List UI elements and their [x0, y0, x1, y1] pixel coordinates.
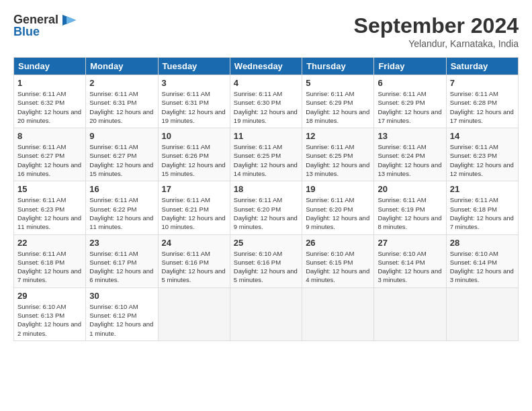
day-info: Sunrise: 6:11 AM Sunset: 6:32 PM Dayligh… — [17, 89, 82, 125]
sunrise-text: Sunrise: 6:11 AM — [378, 89, 442, 98]
page: General Blue September 2024 Yelandur, Ka… — [0, 0, 532, 411]
calendar-cell: 27 Sunrise: 6:10 AM Sunset: 6:14 PM Dayl… — [374, 234, 446, 287]
sunrise-text: Sunrise: 6:11 AM — [89, 195, 154, 204]
calendar-cell: 26 Sunrise: 6:10 AM Sunset: 6:15 PM Dayl… — [302, 234, 374, 287]
location: Yelandur, Karnataka, India — [354, 38, 519, 49]
sunrise-text: Sunrise: 6:11 AM — [306, 89, 370, 98]
sunset-text: Sunset: 6:25 PM — [306, 151, 370, 160]
col-saturday: Saturday — [446, 58, 518, 75]
calendar-cell — [374, 287, 446, 340]
calendar-cell: 20 Sunrise: 6:11 AM Sunset: 6:19 PM Dayl… — [374, 181, 446, 234]
sunset-text: Sunset: 6:16 PM — [162, 258, 226, 267]
day-info: Sunrise: 6:11 AM Sunset: 6:29 PM Dayligh… — [306, 89, 370, 125]
sunrise-text: Sunrise: 6:11 AM — [17, 195, 82, 204]
calendar-cell: 10 Sunrise: 6:11 AM Sunset: 6:26 PM Dayl… — [158, 128, 230, 181]
sunset-text: Sunset: 6:24 PM — [378, 151, 442, 160]
col-tuesday: Tuesday — [158, 58, 230, 75]
day-info: Sunrise: 6:11 AM Sunset: 6:20 PM Dayligh… — [234, 195, 298, 231]
daylight-text: Daylight: 12 hours and 15 minutes. — [162, 161, 226, 179]
calendar-cell: 15 Sunrise: 6:11 AM Sunset: 6:23 PM Dayl… — [14, 181, 86, 234]
day-info: Sunrise: 6:11 AM Sunset: 6:25 PM Dayligh… — [234, 142, 298, 178]
sunset-text: Sunset: 6:20 PM — [234, 205, 298, 214]
sunrise-text: Sunrise: 6:11 AM — [306, 195, 370, 204]
sunset-text: Sunset: 6:23 PM — [450, 151, 515, 160]
daylight-text: Daylight: 12 hours and 8 minutes. — [378, 214, 442, 232]
calendar-cell: 13 Sunrise: 6:11 AM Sunset: 6:24 PM Dayl… — [374, 128, 446, 181]
sunrise-text: Sunrise: 6:11 AM — [234, 142, 298, 151]
title-area: September 2024 Yelandur, Karnataka, Indi… — [354, 13, 519, 49]
day-info: Sunrise: 6:10 AM Sunset: 6:15 PM Dayligh… — [306, 249, 370, 285]
daylight-text: Daylight: 12 hours and 15 minutes. — [89, 161, 154, 179]
calendar-cell: 5 Sunrise: 6:11 AM Sunset: 6:29 PM Dayli… — [302, 75, 374, 128]
sunset-text: Sunset: 6:17 PM — [89, 258, 154, 267]
col-friday: Friday — [374, 58, 446, 75]
daylight-text: Daylight: 12 hours and 2 minutes. — [17, 320, 82, 338]
sunset-text: Sunset: 6:28 PM — [450, 98, 515, 107]
week-row-4: 22 Sunrise: 6:11 AM Sunset: 6:18 PM Dayl… — [14, 234, 519, 287]
calendar-cell: 29 Sunrise: 6:10 AM Sunset: 6:13 PM Dayl… — [14, 287, 86, 340]
sunrise-text: Sunrise: 6:11 AM — [89, 249, 154, 258]
day-info: Sunrise: 6:10 AM Sunset: 6:12 PM Dayligh… — [89, 302, 154, 338]
daylight-text: Daylight: 12 hours and 11 minutes. — [17, 214, 82, 232]
day-number: 13 — [378, 131, 442, 141]
daylight-text: Daylight: 12 hours and 4 minutes. — [306, 267, 370, 285]
day-info: Sunrise: 6:11 AM Sunset: 6:26 PM Dayligh… — [162, 142, 226, 178]
day-info: Sunrise: 6:11 AM Sunset: 6:30 PM Dayligh… — [234, 89, 298, 125]
daylight-text: Daylight: 12 hours and 17 minutes. — [450, 107, 515, 126]
day-info: Sunrise: 6:11 AM Sunset: 6:19 PM Dayligh… — [378, 195, 442, 231]
day-number: 5 — [306, 78, 370, 88]
daylight-text: Daylight: 12 hours and 17 minutes. — [378, 107, 442, 126]
col-wednesday: Wednesday — [230, 58, 302, 75]
sunset-text: Sunset: 6:14 PM — [450, 258, 515, 267]
day-info: Sunrise: 6:11 AM Sunset: 6:23 PM Dayligh… — [17, 195, 82, 231]
calendar-cell — [302, 287, 374, 340]
day-number: 1 — [17, 78, 82, 88]
day-number: 24 — [162, 238, 226, 248]
day-info: Sunrise: 6:11 AM Sunset: 6:31 PM Dayligh… — [89, 89, 154, 125]
daylight-text: Daylight: 12 hours and 6 minutes. — [89, 267, 154, 285]
calendar-cell: 22 Sunrise: 6:11 AM Sunset: 6:18 PM Dayl… — [14, 234, 86, 287]
day-number: 8 — [17, 131, 82, 141]
sunset-text: Sunset: 6:12 PM — [89, 311, 154, 320]
calendar-cell: 21 Sunrise: 6:11 AM Sunset: 6:18 PM Dayl… — [446, 181, 518, 234]
sunset-text: Sunset: 6:30 PM — [234, 98, 298, 107]
calendar-cell: 28 Sunrise: 6:10 AM Sunset: 6:14 PM Dayl… — [446, 234, 518, 287]
day-number: 3 — [162, 78, 226, 88]
calendar-cell: 30 Sunrise: 6:10 AM Sunset: 6:12 PM Dayl… — [86, 287, 158, 340]
calendar-cell: 16 Sunrise: 6:11 AM Sunset: 6:22 PM Dayl… — [86, 181, 158, 234]
daylight-text: Daylight: 12 hours and 3 minutes. — [378, 267, 442, 285]
daylight-text: Daylight: 12 hours and 3 minutes. — [450, 267, 515, 285]
day-number: 30 — [89, 291, 154, 301]
sunset-text: Sunset: 6:15 PM — [306, 258, 370, 267]
sunrise-text: Sunrise: 6:11 AM — [378, 142, 442, 151]
sunset-text: Sunset: 6:18 PM — [450, 205, 515, 214]
sunrise-text: Sunrise: 6:11 AM — [450, 195, 515, 204]
day-info: Sunrise: 6:10 AM Sunset: 6:16 PM Dayligh… — [234, 249, 298, 285]
day-info: Sunrise: 6:11 AM Sunset: 6:16 PM Dayligh… — [162, 249, 226, 285]
week-row-1: 1 Sunrise: 6:11 AM Sunset: 6:32 PM Dayli… — [14, 75, 519, 128]
calendar-cell: 3 Sunrise: 6:11 AM Sunset: 6:31 PM Dayli… — [158, 75, 230, 128]
day-number: 22 — [17, 238, 82, 248]
week-row-5: 29 Sunrise: 6:10 AM Sunset: 6:13 PM Dayl… — [14, 287, 519, 340]
day-info: Sunrise: 6:11 AM Sunset: 6:27 PM Dayligh… — [17, 142, 82, 178]
day-number: 16 — [89, 184, 154, 194]
calendar-cell: 17 Sunrise: 6:11 AM Sunset: 6:21 PM Dayl… — [158, 181, 230, 234]
day-info: Sunrise: 6:11 AM Sunset: 6:29 PM Dayligh… — [378, 89, 442, 125]
sunset-text: Sunset: 6:16 PM — [234, 258, 298, 267]
calendar-cell: 8 Sunrise: 6:11 AM Sunset: 6:27 PM Dayli… — [14, 128, 86, 181]
day-info: Sunrise: 6:11 AM Sunset: 6:23 PM Dayligh… — [450, 142, 515, 178]
day-info: Sunrise: 6:11 AM Sunset: 6:24 PM Dayligh… — [378, 142, 442, 178]
daylight-text: Daylight: 12 hours and 16 minutes. — [17, 161, 82, 179]
sunrise-text: Sunrise: 6:11 AM — [17, 89, 82, 98]
day-number: 11 — [234, 131, 298, 141]
calendar-cell — [158, 287, 230, 340]
sunset-text: Sunset: 6:19 PM — [378, 205, 442, 214]
daylight-text: Daylight: 12 hours and 13 minutes. — [378, 161, 442, 179]
week-row-2: 8 Sunrise: 6:11 AM Sunset: 6:27 PM Dayli… — [14, 128, 519, 181]
daylight-text: Daylight: 12 hours and 14 minutes. — [234, 161, 298, 179]
month-title: September 2024 — [354, 13, 519, 38]
week-row-3: 15 Sunrise: 6:11 AM Sunset: 6:23 PM Dayl… — [14, 181, 519, 234]
day-info: Sunrise: 6:11 AM Sunset: 6:28 PM Dayligh… — [450, 89, 515, 125]
daylight-text: Daylight: 12 hours and 19 minutes. — [234, 107, 298, 126]
sunset-text: Sunset: 6:14 PM — [378, 258, 442, 267]
